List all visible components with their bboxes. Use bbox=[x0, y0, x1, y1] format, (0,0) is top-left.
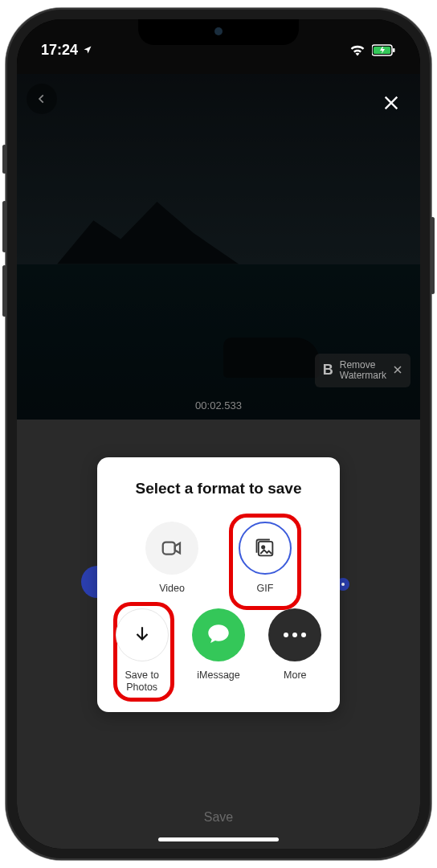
option-more[interactable]: More bbox=[262, 608, 329, 693]
video-label: Video bbox=[159, 583, 185, 594]
volume-up-button[interactable] bbox=[2, 201, 6, 252]
option-save-to-photos[interactable]: Save to Photos bbox=[108, 608, 175, 693]
mute-switch[interactable] bbox=[2, 145, 6, 174]
gif-label: GIF bbox=[257, 583, 274, 594]
option-imessage[interactable]: iMessage bbox=[185, 608, 251, 693]
format-modal: Select a format to save Video GIF bbox=[97, 457, 340, 712]
remove-watermark-chip[interactable]: B RemoveWatermark bbox=[315, 354, 410, 387]
wifi-icon bbox=[349, 43, 366, 56]
svg-rect-2 bbox=[393, 48, 395, 52]
watermark-close-icon[interactable] bbox=[393, 363, 402, 378]
app-logo-b: B bbox=[323, 362, 333, 379]
phone-screen: 17:24 bbox=[17, 19, 420, 849]
modal-title: Select a format to save bbox=[108, 480, 329, 497]
notch bbox=[138, 19, 299, 45]
battery-icon bbox=[372, 44, 396, 56]
close-button[interactable] bbox=[380, 92, 402, 114]
back-button[interactable] bbox=[27, 84, 57, 114]
save-label: Save to Photos bbox=[108, 669, 175, 693]
save-button[interactable]: Save bbox=[17, 810, 420, 825]
video-timestamp: 00:02.533 bbox=[17, 399, 420, 411]
more-label: More bbox=[284, 669, 306, 681]
watermark-text: RemoveWatermark bbox=[340, 360, 386, 381]
volume-down-button[interactable] bbox=[2, 265, 6, 317]
app-content: B RemoveWatermark 00:02.533 Select a for… bbox=[17, 19, 420, 849]
svg-rect-3 bbox=[163, 542, 175, 555]
svg-point-5 bbox=[262, 546, 264, 548]
option-video[interactable]: Video bbox=[137, 522, 206, 594]
phone-frame: 17:24 bbox=[6, 8, 431, 860]
video-preview: B RemoveWatermark 00:02.533 bbox=[17, 74, 420, 420]
imessage-label: iMessage bbox=[197, 669, 240, 681]
power-button[interactable] bbox=[431, 217, 435, 294]
location-icon bbox=[83, 42, 92, 59]
status-time: 17:24 bbox=[41, 42, 78, 59]
option-gif[interactable]: GIF bbox=[231, 522, 300, 594]
home-indicator[interactable] bbox=[158, 837, 279, 841]
